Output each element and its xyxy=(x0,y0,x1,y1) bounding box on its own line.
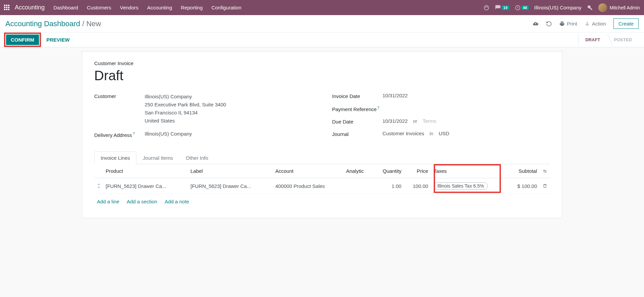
user-menu[interactable]: Mitchell Admin xyxy=(598,3,640,12)
payment-reference-label: Payment Reference? xyxy=(332,105,383,112)
cell-label[interactable]: [FURN_5623] Drawer Ca... xyxy=(188,178,272,194)
svg-point-0 xyxy=(484,5,489,10)
journal-value[interactable]: Customer Invoices xyxy=(383,131,424,136)
tab-other-info[interactable]: Other Info xyxy=(179,151,215,164)
delivery-address-label: Delivery Address? xyxy=(94,131,145,138)
breadcrumb-current: New xyxy=(86,19,101,28)
journal-label: Journal xyxy=(332,131,383,137)
cell-analytic[interactable] xyxy=(343,178,373,194)
tab-journal-items[interactable]: Journal Items xyxy=(136,151,179,164)
col-quantity[interactable]: Quantity xyxy=(373,164,404,178)
messages-icon[interactable]: 19 xyxy=(495,5,509,11)
page-title: Draft xyxy=(94,68,550,83)
journal-in-label: in xyxy=(430,131,433,136)
activities-icon[interactable]: 48 xyxy=(515,5,529,11)
tools-icon[interactable] xyxy=(587,5,593,11)
cell-product[interactable]: [FURN_5623] Drawer Ca... xyxy=(103,178,188,194)
drag-handle-icon[interactable] xyxy=(94,178,103,194)
status-bar: CONFIRM PREVIEW DRAFT POSTED xyxy=(0,33,644,47)
menu-reporting[interactable]: Reporting xyxy=(181,5,203,10)
form-sheet: Customer Invoice Draft Customer Illinois… xyxy=(82,51,562,218)
col-product[interactable]: Product xyxy=(103,164,188,178)
terms-field[interactable]: Terms xyxy=(423,118,436,124)
tab-invoice-lines[interactable]: Invoice Lines xyxy=(94,151,137,164)
support-icon[interactable] xyxy=(483,5,489,11)
column-options-icon[interactable] xyxy=(540,164,550,178)
delete-row-icon[interactable] xyxy=(540,178,550,194)
currency-value[interactable]: USD xyxy=(439,131,449,136)
customer-value[interactable]: Illinois(US) Company 250 Executive Park … xyxy=(145,93,312,125)
confirm-button[interactable]: CONFIRM xyxy=(6,35,39,45)
cell-price[interactable]: 100.00 xyxy=(404,178,431,194)
form-tabs: Invoice Lines Journal Items Other Info xyxy=(94,151,550,164)
invoice-lines-table: Product Label Account Analytic Quantity … xyxy=(94,164,550,194)
print-button[interactable]: Print xyxy=(559,21,577,27)
cell-taxes[interactable]: Illinois Sales Tax 6.5% xyxy=(431,178,508,194)
activities-badge: 48 xyxy=(521,5,529,10)
add-line-link[interactable]: Add a line xyxy=(97,199,120,204)
cell-account[interactable]: 400000 Product Sales xyxy=(272,178,343,194)
discard-icon[interactable] xyxy=(546,21,552,27)
breadcrumb: Accounting Dashboard / New xyxy=(5,19,101,28)
col-account[interactable]: Account xyxy=(272,164,343,178)
add-row-actions: Add a line Add a section Add a note xyxy=(94,194,550,209)
invoice-date-value[interactable]: 10/31/2022 xyxy=(383,93,550,98)
action-button[interactable]: Action xyxy=(585,21,606,27)
invoice-date-label: Invoice Date xyxy=(332,93,383,99)
svg-point-5 xyxy=(545,171,546,172)
cell-quantity[interactable]: 1.00 xyxy=(373,178,404,194)
status-stages: DRAFT POSTED xyxy=(578,34,639,46)
table-row[interactable]: [FURN_5623] Drawer Ca... [FURN_5623] Dra… xyxy=(94,178,550,194)
preview-button[interactable]: PREVIEW xyxy=(42,35,74,45)
col-analytic[interactable]: Analytic xyxy=(343,164,373,178)
due-or-label: or xyxy=(413,118,417,124)
svg-point-4 xyxy=(544,170,544,170)
delivery-address-value[interactable]: Illinois(US) Company xyxy=(145,131,312,137)
help-icon[interactable]: ? xyxy=(133,132,135,136)
cell-subtotal: $ 100.00 xyxy=(508,178,540,194)
company-selector[interactable]: Illinois(US) Company xyxy=(534,5,582,10)
stage-draft[interactable]: DRAFT xyxy=(578,34,607,46)
app-brand[interactable]: Accounting xyxy=(15,4,45,11)
menu-configuration[interactable]: Configuration xyxy=(211,5,241,10)
menu-dashboard[interactable]: Dashboard xyxy=(53,5,78,10)
due-date-value[interactable]: 10/31/2022 xyxy=(383,118,408,124)
add-section-link[interactable]: Add a section xyxy=(127,199,157,204)
top-navbar: Accounting Dashboard Customers Vendors A… xyxy=(0,0,644,15)
col-taxes[interactable]: Taxes xyxy=(431,164,508,178)
menu-accounting[interactable]: Accounting xyxy=(147,5,172,10)
help-icon[interactable]: ? xyxy=(377,106,379,110)
add-note-link[interactable]: Add a note xyxy=(165,199,189,204)
messages-badge: 19 xyxy=(502,5,509,10)
user-name: Mitchell Admin xyxy=(610,5,640,10)
create-button[interactable]: Create xyxy=(613,18,639,29)
due-date-label: Due Date xyxy=(332,118,383,125)
breadcrumb-bar: Accounting Dashboard / New Print Action … xyxy=(0,15,644,33)
col-price[interactable]: Price xyxy=(404,164,431,178)
menu-vendors[interactable]: Vendors xyxy=(120,5,138,10)
main-menu: Dashboard Customers Vendors Accounting R… xyxy=(53,5,241,10)
tax-tag[interactable]: Illinois Sales Tax 6.5% xyxy=(434,182,488,190)
col-label[interactable]: Label xyxy=(188,164,272,178)
apps-icon[interactable] xyxy=(4,5,10,11)
doc-type-label: Customer Invoice xyxy=(94,60,550,66)
cloud-upload-icon[interactable] xyxy=(532,21,539,27)
avatar xyxy=(598,3,607,12)
col-subtotal[interactable]: Subtotal xyxy=(508,164,540,178)
menu-customers[interactable]: Customers xyxy=(87,5,111,10)
breadcrumb-root[interactable]: Accounting Dashboard xyxy=(5,19,80,28)
customer-label: Customer xyxy=(94,93,145,99)
